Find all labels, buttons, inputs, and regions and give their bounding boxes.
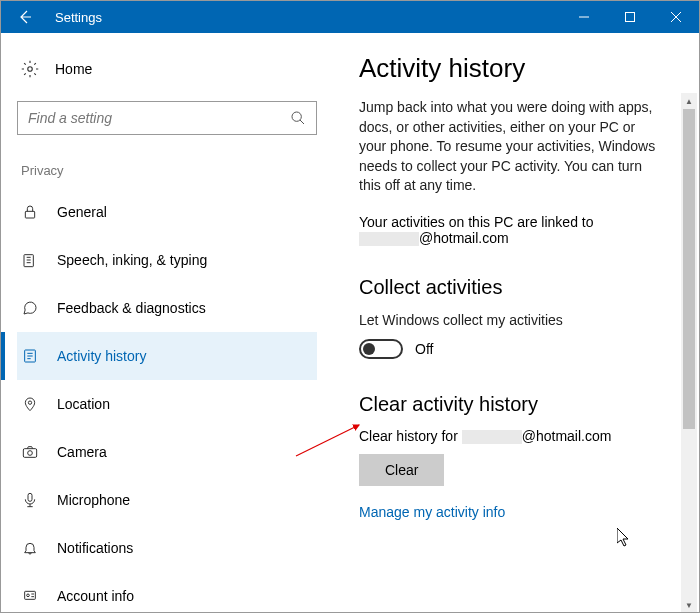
sidebar-item-label: Notifications xyxy=(57,540,133,556)
sidebar-item-camera[interactable]: Camera xyxy=(17,428,317,476)
svg-point-18 xyxy=(28,451,33,456)
clear-button[interactable]: Clear xyxy=(359,454,444,486)
svg-rect-1 xyxy=(626,13,635,22)
search-icon xyxy=(290,110,306,126)
sidebar-item-speech-inking-typing[interactable]: Speech, inking, & typing xyxy=(17,236,317,284)
svg-point-4 xyxy=(28,67,33,72)
svg-point-5 xyxy=(292,112,301,121)
clear-desc: Clear history for @hotmail.com xyxy=(359,428,669,444)
manage-activity-link[interactable]: Manage my activity info xyxy=(359,504,505,520)
svg-rect-19 xyxy=(28,493,32,501)
page-title: Activity history xyxy=(359,53,669,84)
close-icon xyxy=(671,12,681,22)
sidebar-item-label: Camera xyxy=(57,444,107,460)
maximize-button[interactable] xyxy=(607,1,653,33)
sidebar-item-notifications[interactable]: Notifications xyxy=(17,524,317,572)
account-icon xyxy=(21,587,39,605)
sidebar: Home Privacy GeneralSpeech, inking, & ty… xyxy=(1,33,333,612)
minimize-icon xyxy=(579,12,589,22)
sidebar-item-feedback-diagnostics[interactable]: Feedback & diagnostics xyxy=(17,284,317,332)
gear-icon xyxy=(21,60,39,78)
scrollbar[interactable]: ▲ ▼ xyxy=(681,93,697,612)
search-box[interactable] xyxy=(17,101,317,135)
clear-heading: Clear activity history xyxy=(359,393,669,416)
sidebar-item-label: General xyxy=(57,204,107,220)
sidebar-item-label: Feedback & diagnostics xyxy=(57,300,206,316)
linked-account-text: Your activities on this PC are linked to… xyxy=(359,214,669,246)
sidebar-item-location[interactable]: Location xyxy=(17,380,317,428)
window-title: Settings xyxy=(55,10,561,25)
svg-point-16 xyxy=(28,401,31,404)
camera-icon xyxy=(21,443,39,461)
scroll-down-icon[interactable]: ▼ xyxy=(681,597,697,612)
scroll-up-icon[interactable]: ▲ xyxy=(681,93,697,109)
sidebar-item-label: Microphone xyxy=(57,492,130,508)
collect-toggle[interactable] xyxy=(359,339,403,359)
titlebar: Settings xyxy=(1,1,699,33)
location-icon xyxy=(21,395,39,413)
sidebar-item-label: Location xyxy=(57,396,110,412)
window-controls xyxy=(561,1,699,33)
home-nav[interactable]: Home xyxy=(17,51,317,87)
arrow-left-icon xyxy=(17,9,33,25)
svg-rect-7 xyxy=(25,211,34,218)
scroll-thumb[interactable] xyxy=(683,109,695,429)
sidebar-item-account-info[interactable]: Account info xyxy=(17,572,317,612)
maximize-icon xyxy=(625,12,635,22)
collect-heading: Collect activities xyxy=(359,276,669,299)
bell-icon xyxy=(21,539,39,557)
nav-list: GeneralSpeech, inking, & typingFeedback … xyxy=(17,188,317,612)
redacted-username-2 xyxy=(462,430,522,444)
back-button[interactable] xyxy=(1,1,49,33)
sidebar-item-activity-history[interactable]: Activity history xyxy=(17,332,317,380)
svg-rect-8 xyxy=(24,255,33,267)
sidebar-item-label: Speech, inking, & typing xyxy=(57,252,207,268)
page-description: Jump back into what you were doing with … xyxy=(359,98,659,196)
sidebar-item-microphone[interactable]: Microphone xyxy=(17,476,317,524)
svg-rect-17 xyxy=(23,449,36,458)
svg-point-21 xyxy=(27,594,30,597)
collect-desc: Let Windows collect my activities xyxy=(359,311,659,331)
content-area: Home Privacy GeneralSpeech, inking, & ty… xyxy=(1,33,699,612)
history-icon xyxy=(21,347,39,365)
home-label: Home xyxy=(55,61,92,77)
main-panel: Activity history Jump back into what you… xyxy=(333,33,699,612)
close-button[interactable] xyxy=(653,1,699,33)
minimize-button[interactable] xyxy=(561,1,607,33)
sidebar-item-label: Activity history xyxy=(57,348,146,364)
microphone-icon xyxy=(21,491,39,509)
redacted-username xyxy=(359,232,419,246)
feedback-icon xyxy=(21,299,39,317)
toggle-knob xyxy=(363,343,375,355)
sidebar-item-label: Account info xyxy=(57,588,134,604)
lock-icon xyxy=(21,203,39,221)
sidebar-item-general[interactable]: General xyxy=(17,188,317,236)
toggle-state: Off xyxy=(415,341,433,357)
search-input[interactable] xyxy=(28,110,290,126)
keyboard-icon xyxy=(21,251,39,269)
svg-line-6 xyxy=(300,120,304,124)
section-label: Privacy xyxy=(17,163,317,178)
